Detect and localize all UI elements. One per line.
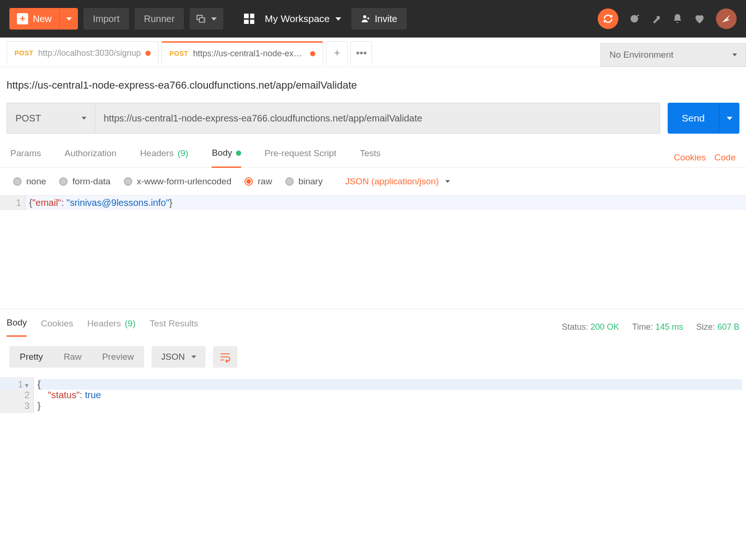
- cookies-link[interactable]: Cookies: [674, 152, 706, 163]
- send-button[interactable]: Send: [668, 103, 739, 134]
- user-avatar[interactable]: [716, 8, 737, 29]
- tab-prerequest[interactable]: Pre-request Script: [265, 148, 336, 167]
- resp-tab-tests[interactable]: Test Results: [150, 318, 198, 336]
- svg-text:+: +: [202, 18, 205, 23]
- fmt-preview[interactable]: Preview: [92, 346, 145, 368]
- workspace-selector[interactable]: My Workspace: [260, 13, 345, 24]
- environment-dropdown[interactable]: No Environment: [601, 43, 746, 67]
- import-button[interactable]: Import: [84, 8, 129, 30]
- request-tabs: POST http://localhost:3030/signup POST h…: [0, 39, 591, 67]
- bell-icon[interactable]: [672, 13, 683, 24]
- body-binary[interactable]: binary: [285, 176, 323, 187]
- new-tab-icon-button[interactable]: +: [190, 8, 223, 30]
- body-none[interactable]: none: [13, 176, 46, 187]
- request-sub-tabs: Params Authorization Headers (9) Body Pr…: [0, 134, 746, 168]
- unsaved-dot-icon: [310, 51, 315, 56]
- add-tab-button[interactable]: +: [326, 41, 348, 65]
- content-type-dropdown[interactable]: JSON (application/json): [345, 176, 450, 187]
- fmt-pretty[interactable]: Pretty: [9, 346, 53, 368]
- method-select[interactable]: POST: [7, 103, 95, 134]
- method-badge: POST: [15, 49, 33, 57]
- new-label: New: [33, 14, 52, 24]
- tab-1[interactable]: POST http://localhost:3030/signup: [7, 41, 159, 65]
- wrench-icon[interactable]: [650, 13, 662, 24]
- body-urlencoded[interactable]: x-www-form-urlencoded: [124, 176, 232, 187]
- url-input[interactable]: [95, 103, 660, 134]
- resp-tab-headers[interactable]: Headers (9): [87, 318, 136, 336]
- request-body-editor[interactable]: 1 {"email": "srinivas@9lessons.info"}: [0, 195, 746, 210]
- response-body-editor[interactable]: 1▼ 2 3 { "status": true }: [0, 377, 746, 413]
- svg-point-4: [631, 15, 638, 23]
- sync-icon[interactable]: [598, 8, 618, 29]
- body-form-data[interactable]: form-data: [59, 176, 110, 187]
- invite-button[interactable]: Invite: [351, 8, 407, 30]
- body-indicator-icon: [236, 151, 241, 156]
- wrap-lines-icon[interactable]: [213, 346, 237, 368]
- new-button[interactable]: + New: [9, 8, 78, 30]
- response-meta: Status: 200 OK Time: 145 ms Size: 607 B: [562, 322, 739, 332]
- unsaved-dot-icon: [145, 51, 151, 56]
- request-title: https://us-central1-node-express-ea766.c…: [0, 67, 746, 103]
- tab-headers[interactable]: Headers (9): [140, 148, 188, 167]
- method-badge: POST: [169, 50, 188, 57]
- plus-icon: +: [17, 13, 28, 24]
- format-group: Pretty Raw Preview: [9, 346, 144, 368]
- send-dropdown[interactable]: [719, 103, 739, 134]
- resp-tab-cookies[interactable]: Cookies: [41, 318, 73, 336]
- runner-button[interactable]: Runner: [135, 8, 184, 30]
- main-toolbar: + New Import Runner + My Workspace Invit…: [0, 0, 746, 38]
- tab-params[interactable]: Params: [10, 148, 41, 167]
- tab-authorization[interactable]: Authorization: [64, 148, 116, 167]
- tab-2[interactable]: POST https://us-central1-node-expres: [161, 41, 323, 65]
- response-panel: Body Cookies Headers (9) Test Results St…: [0, 309, 746, 413]
- tab-options-button[interactable]: •••: [350, 41, 372, 65]
- capture-icon[interactable]: [629, 13, 640, 24]
- body-raw[interactable]: raw: [244, 176, 272, 187]
- fmt-raw[interactable]: Raw: [53, 346, 92, 368]
- response-tabs: Body Cookies Headers (9) Test Results St…: [0, 309, 746, 337]
- request-row: POST Send: [0, 103, 746, 134]
- response-lang-dropdown[interactable]: JSON: [152, 346, 206, 368]
- tab-tests[interactable]: Tests: [360, 148, 381, 167]
- resp-tab-body[interactable]: Body: [7, 318, 27, 337]
- workspace-grid-icon[interactable]: [244, 14, 254, 24]
- new-dropdown[interactable]: [59, 8, 78, 30]
- body-options: none form-data x-www-form-urlencoded raw…: [0, 168, 746, 195]
- heart-icon[interactable]: [693, 13, 706, 25]
- svg-point-3: [363, 15, 366, 19]
- code-link[interactable]: Code: [715, 152, 736, 163]
- tab-title: https://us-central1-node-expres: [193, 49, 305, 59]
- tab-title: http://localhost:3030/signup: [38, 48, 141, 58]
- tab-body[interactable]: Body: [212, 148, 241, 168]
- response-format-row: Pretty Raw Preview JSON: [0, 337, 746, 377]
